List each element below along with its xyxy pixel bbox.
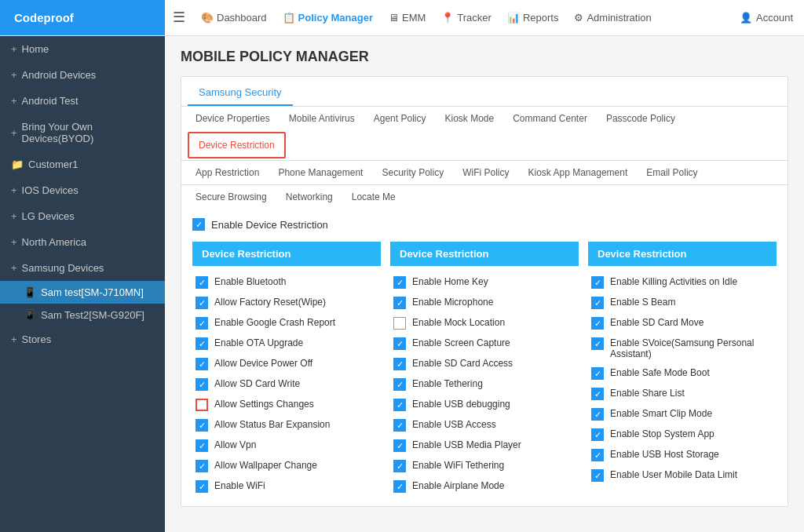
tab-command-center[interactable]: Command Center — [503, 107, 597, 130]
sidebar-item-android-devices[interactable]: + Android Devices — [0, 62, 165, 88]
tab-phone-management[interactable]: Phone Management — [269, 161, 372, 184]
checkbox-checked[interactable]: ✓ — [591, 367, 604, 380]
sidebar-item-home[interactable]: + Home — [0, 36, 165, 62]
checkbox-checked[interactable]: ✓ — [393, 297, 406, 309]
sidebar-item-lg-devices[interactable]: + LG Devices — [0, 203, 165, 229]
tab-samsung-security[interactable]: Samsung Security — [188, 80, 293, 106]
tab-wifi-policy[interactable]: WiFi Policy — [453, 161, 518, 184]
checkbox-checked[interactable]: ✓ — [591, 337, 604, 350]
item-label: Allow Device Power Off — [214, 358, 312, 369]
tab-device-properties[interactable]: Device Properties — [186, 107, 280, 130]
checkbox-checked[interactable]: ✓ — [393, 419, 406, 432]
list-item: ✓Enable Airplane Mode — [390, 476, 579, 497]
plus-icon: + — [11, 184, 17, 196]
checkbox-checked[interactable]: ✓ — [196, 297, 208, 309]
checkbox-unchecked-highlight[interactable] — [196, 399, 208, 411]
item-label: Enable OTA Upgrade — [214, 337, 303, 348]
hamburger-icon[interactable]: ☰ — [173, 9, 185, 26]
item-label: Allow Vpn — [214, 439, 256, 450]
checkbox-checked[interactable]: ✓ — [393, 399, 406, 411]
item-label: Allow Factory Reset(Wipe) — [214, 297, 326, 308]
tab-panel: Samsung Security Device Properties Mobil… — [181, 76, 788, 507]
item-label: Enable Stop System App — [610, 428, 714, 439]
item-label: Enable WiFi Tethering — [412, 460, 504, 471]
checkbox-checked[interactable]: ✓ — [591, 276, 604, 289]
sidebar-item-ios-devices[interactable]: + IOS Devices — [0, 177, 165, 203]
sidebar-item-android-test[interactable]: + Android Test — [0, 88, 165, 114]
item-label: Enable Home Key — [412, 276, 488, 287]
checkbox-checked[interactable]: ✓ — [591, 408, 604, 421]
sidebar-child-sam-test2-g920[interactable]: 📱 Sam Test2[SM-G920F] — [0, 304, 165, 326]
list-item: ✓Allow Device Power Off — [192, 354, 381, 374]
checkbox-checked[interactable]: ✓ — [196, 276, 208, 289]
checkbox-checked[interactable]: ✓ — [393, 276, 406, 289]
checkbox-checked[interactable]: ✓ — [393, 480, 406, 493]
sidebar-child-sam-test-j710[interactable]: 📱 Sam test[SM-J710MN] — [0, 281, 165, 304]
tab-networking[interactable]: Networking — [276, 185, 342, 209]
item-label: Enable Share List — [610, 388, 685, 399]
list-item: ✓Enable USB debugging — [390, 395, 579, 415]
nav-dashboard[interactable]: 🎨 Dashboard — [193, 12, 275, 24]
item-label: Allow Status Bar Expansion — [214, 419, 330, 430]
tab-mobile-antivirus[interactable]: Mobile Antivirus — [280, 107, 364, 130]
item-label: Enable Airplane Mode — [412, 480, 504, 491]
list-item: ✓Enable OTA Upgrade — [192, 333, 381, 354]
checkbox-checked[interactable]: ✓ — [591, 428, 604, 441]
folder-icon: 📁 — [11, 159, 24, 170]
checkbox-checked[interactable]: ✓ — [196, 378, 208, 391]
sidebar-item-stores[interactable]: + Stores — [0, 326, 165, 352]
checkbox-checked[interactable]: ✓ — [393, 378, 406, 391]
tab-agent-policy[interactable]: Agent Policy — [364, 107, 436, 130]
sidebar-item-customer1[interactable]: 📁 Customer1 — [0, 151, 165, 177]
checkbox-checked[interactable]: ✓ — [591, 469, 604, 482]
sidebar-item-samsung-devices[interactable]: + Samsung Devices — [0, 255, 165, 281]
tab-device-restriction[interactable]: Device Restriction — [188, 132, 286, 159]
checkbox-checked[interactable]: ✓ — [591, 388, 604, 400]
checkbox-unchecked[interactable] — [393, 317, 406, 330]
nav-tracker[interactable]: 📍 Tracker — [433, 12, 499, 24]
item-label: Enable WiFi — [214, 480, 265, 491]
account-menu[interactable]: 👤 Account — [729, 12, 804, 24]
checkbox-checked[interactable]: ✓ — [196, 460, 208, 472]
checkbox-checked[interactable]: ✓ — [196, 439, 208, 452]
device-restriction-content: ✓ Enable Device Restriction Device Restr… — [181, 209, 788, 506]
list-item: ✓Allow Status Bar Expansion — [192, 415, 381, 435]
list-item: ✓Enable Stop System App — [588, 425, 777, 445]
sidebar-item-byod[interactable]: + Bring Your Own Devices(BYOD) — [0, 114, 165, 151]
tab-passcode-policy[interactable]: Passcode Policy — [597, 107, 685, 130]
item-label: Enable Tethering — [412, 378, 483, 389]
sidebar-item-north-america[interactable]: + North America — [0, 229, 165, 255]
checkbox-checked[interactable]: ✓ — [196, 480, 208, 493]
nav-administration[interactable]: ⚙ Administration — [566, 12, 659, 24]
tab-kiosk-mode[interactable]: Kiosk Mode — [435, 107, 503, 130]
nav-emm[interactable]: 🖥 EMM — [381, 12, 433, 24]
list-item: ✓Enable SD Card Access — [390, 354, 579, 374]
checkbox-checked[interactable]: ✓ — [196, 337, 208, 350]
tab-secure-browsing[interactable]: Secure Browsing — [186, 185, 276, 209]
enable-device-restriction-checkbox[interactable]: ✓ — [192, 218, 205, 231]
tab-kiosk-app-management[interactable]: Kiosk App Management — [519, 161, 638, 184]
reports-icon: 📊 — [507, 12, 520, 24]
list-item: Allow Settings Changes — [192, 395, 381, 415]
tab-email-policy[interactable]: Email Policy — [637, 161, 707, 184]
list-item: ✓Enable USB Access — [390, 415, 579, 435]
checkbox-checked[interactable]: ✓ — [393, 358, 406, 370]
checkbox-checked[interactable]: ✓ — [393, 439, 406, 452]
checkbox-checked[interactable]: ✓ — [196, 358, 208, 370]
checkbox-checked[interactable]: ✓ — [591, 297, 604, 309]
item-label: Enable Smart Clip Mode — [610, 408, 712, 419]
tab-security-policy[interactable]: Security Policy — [372, 161, 453, 184]
checkbox-checked[interactable]: ✓ — [591, 317, 604, 330]
item-label: Enable Bluetooth — [214, 276, 286, 287]
tab-locate-me[interactable]: Locate Me — [342, 185, 405, 209]
checkbox-checked[interactable]: ✓ — [591, 449, 604, 461]
checkbox-checked[interactable]: ✓ — [196, 317, 208, 330]
plus-icon: + — [11, 95, 17, 107]
nav-policy-manager[interactable]: 📋 Policy Manager — [275, 12, 381, 24]
nav-reports[interactable]: 📊 Reports — [499, 12, 567, 24]
checkbox-checked[interactable]: ✓ — [393, 337, 406, 350]
tab-app-restriction[interactable]: App Restriction — [186, 161, 269, 184]
checkbox-checked[interactable]: ✓ — [393, 460, 406, 472]
checkbox-checked[interactable]: ✓ — [196, 419, 208, 432]
list-item: ✓Enable Killing Activities on Idle — [588, 272, 777, 293]
